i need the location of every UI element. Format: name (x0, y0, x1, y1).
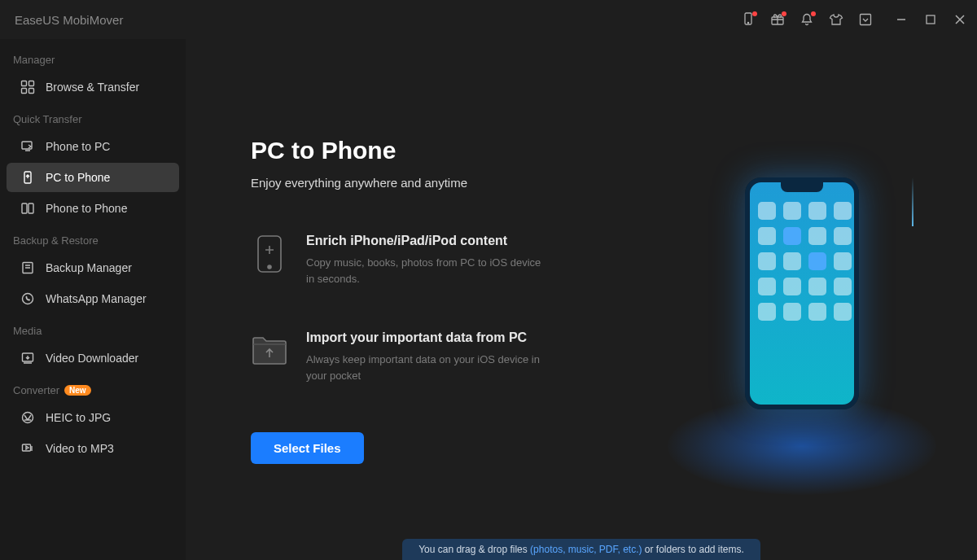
feature-desc: Always keep important data on your iOS d… (306, 352, 550, 383)
sidebar-item-video-downloader[interactable]: Video Downloader (7, 343, 179, 373)
page-subtitle: Enjoy everything anywhere and anytime (251, 176, 625, 190)
sidebar: Manager Browse & Transfer Quick Transfer… (0, 39, 186, 560)
section-media: Media (0, 315, 186, 342)
svg-point-1 (747, 22, 748, 23)
sidebar-item-browse-transfer[interactable]: Browse & Transfer (7, 72, 179, 102)
sidebar-item-label: WhatsApp Manager (46, 292, 147, 305)
maximize-button[interactable] (925, 14, 936, 25)
sidebar-item-phone-to-pc[interactable]: Phone to PC (7, 132, 179, 161)
app-title: EaseUS MobiMover (15, 13, 123, 27)
gift-icon[interactable] (770, 12, 785, 27)
new-badge: New (64, 385, 91, 396)
grid-icon (20, 79, 36, 95)
svg-rect-12 (28, 203, 33, 213)
heic-icon (20, 409, 36, 426)
section-manager: Manager (0, 44, 186, 71)
sidebar-item-video-to-mp3[interactable]: Video to MP3 (7, 434, 179, 463)
video-download-icon (20, 350, 36, 366)
sidebar-item-label: HEIC to JPG (46, 411, 111, 424)
video-mp3-icon (20, 440, 36, 457)
drag-drop-hint: You can drag & drop files (photos, music… (402, 539, 760, 560)
svg-rect-5 (22, 81, 27, 86)
close-button[interactable] (954, 14, 966, 25)
svg-rect-8 (29, 89, 34, 94)
shirt-icon[interactable] (829, 12, 843, 27)
menu-dropdown-icon[interactable] (858, 12, 873, 27)
feature-enrich: Enrich iPhone/iPad/iPod content Copy mus… (251, 234, 625, 287)
feature-desc: Copy music, books, photos from PC to iOS… (306, 255, 550, 287)
sidebar-item-backup-manager[interactable]: Backup Manager (7, 253, 179, 282)
sidebar-item-whatsapp-manager[interactable]: WhatsApp Manager (7, 284, 179, 313)
svg-rect-7 (22, 89, 27, 94)
titlebar-controls (741, 12, 966, 27)
sidebar-item-label: Browse & Transfer (46, 81, 139, 94)
svg-rect-6 (29, 81, 34, 86)
svg-point-19 (268, 265, 271, 269)
sidebar-item-heic-to-jpg[interactable]: HEIC to JPG (7, 403, 179, 432)
feature-import: Import your important data from PC Alway… (251, 330, 625, 383)
whatsapp-icon (20, 291, 36, 307)
svg-rect-4 (927, 15, 935, 24)
phone-plus-icon (251, 234, 288, 274)
pc-to-phone-icon (20, 169, 36, 186)
svg-rect-11 (22, 203, 27, 213)
bell-icon[interactable] (800, 12, 814, 27)
folder-upload-icon (251, 330, 288, 371)
sidebar-item-label: Backup Manager (46, 261, 132, 274)
phone-illustration (668, 177, 936, 519)
section-quick-transfer: Quick Transfer (0, 103, 186, 130)
svg-rect-3 (861, 15, 871, 25)
titlebar: EaseUS MobiMover (0, 0, 977, 39)
feature-title: Import your important data from PC (306, 330, 550, 345)
svg-rect-9 (22, 142, 32, 149)
sidebar-item-label: Phone to Phone (46, 202, 127, 215)
section-converter: Converter New (0, 374, 186, 401)
section-backup-restore: Backup & Restore (0, 225, 186, 252)
minimize-button[interactable] (896, 14, 907, 25)
page-title: PC to Phone (251, 137, 625, 164)
sidebar-item-phone-to-phone[interactable]: Phone to Phone (7, 194, 179, 223)
device-icon[interactable] (741, 12, 756, 27)
main-panel: PC to Phone Enjoy everything anywhere an… (186, 39, 977, 560)
feature-title: Enrich iPhone/iPad/iPod content (306, 234, 550, 248)
select-files-button[interactable]: Select Files (251, 432, 364, 464)
sidebar-item-label: Video to MP3 (46, 442, 114, 455)
phone-to-pc-icon (20, 138, 36, 155)
svg-point-16 (23, 413, 33, 423)
sidebar-item-label: Phone to PC (46, 140, 110, 153)
sidebar-item-label: Video Downloader (46, 352, 138, 365)
backup-icon (20, 260, 36, 276)
sidebar-item-pc-to-phone[interactable]: PC to Phone (7, 163, 179, 192)
sidebar-item-label: PC to Phone (46, 171, 110, 184)
phone-to-phone-icon (20, 200, 36, 217)
